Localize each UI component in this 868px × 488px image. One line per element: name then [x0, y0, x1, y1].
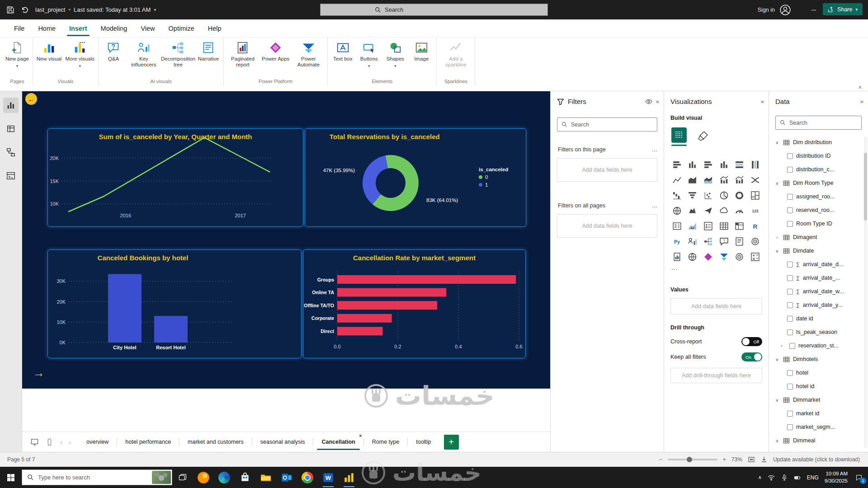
visual-type-100-stacked-bar-chart[interactable] — [732, 158, 747, 171]
visual-type-line-and-clustered-column-chart[interactable] — [732, 174, 747, 187]
ribbon-button-power-apps[interactable]: Power Apps — [260, 39, 291, 62]
visual-type-arcgis-map[interactable] — [685, 250, 700, 263]
more-visual-options[interactable]: … — [671, 264, 679, 271]
visual-type-python-visual[interactable]: Py — [670, 235, 684, 248]
field-checkbox[interactable] — [787, 221, 793, 227]
visual-type-stacked-column-chart[interactable] — [685, 158, 700, 171]
model-view-button[interactable] — [3, 145, 19, 160]
next-page-arrow-button[interactable]: → — [33, 366, 45, 380]
ribbon-tab-modeling[interactable]: Modeling — [94, 19, 134, 37]
visual-type-line-and-stacked-column-chart[interactable] — [717, 174, 731, 187]
donut-ring[interactable] — [363, 155, 419, 211]
visual-type-r-script-visual[interactable]: R — [748, 220, 762, 233]
page-tab-market-and-customers[interactable]: market and customers — [179, 432, 252, 452]
field-checkbox[interactable] — [787, 207, 793, 213]
wifi-icon[interactable] — [768, 474, 775, 481]
fit-to-page-icon[interactable] — [748, 456, 755, 463]
data-field-arrival-date-d[interactable]: ∑arrival_date_d... — [769, 258, 863, 271]
search-highlight-image[interactable] — [152, 471, 171, 484]
visual-hbar-chart[interactable]: Cancellation Rate by market_segment 0.00… — [303, 249, 526, 358]
data-field-arrival-date-w[interactable]: ∑arrival_date_w... — [769, 285, 863, 298]
clock[interactable]: 10:09 AM 9/30/2025 — [825, 470, 848, 484]
ribbon-button-more-visuals[interactable]: More visuals▾ — [64, 39, 96, 69]
data-field-is-peak-season[interactable]: Is_peak_season — [769, 325, 863, 339]
field-checkbox[interactable] — [787, 194, 793, 200]
field-checkbox[interactable] — [787, 316, 793, 322]
battery-icon[interactable] — [794, 474, 801, 481]
drill-through-drop-well[interactable]: Add drill-through fields here — [670, 368, 762, 383]
collapse-pane-chevron[interactable]: » — [860, 98, 863, 105]
cross-report-toggle[interactable]: Off — [741, 337, 762, 346]
visual-type-pie-chart[interactable] — [717, 189, 731, 202]
data-field-market-segm[interactable]: market_segm... — [769, 420, 863, 434]
project-title-menu[interactable]: last_project • Last saved: Today at 3:01… — [35, 6, 156, 13]
start-button[interactable] — [0, 467, 22, 488]
visual-type-line-chart[interactable] — [670, 174, 684, 187]
new-page-tab-button[interactable]: + — [444, 435, 459, 450]
ribbon-button-new-visual[interactable]: New visual — [35, 39, 63, 62]
field-checkbox[interactable] — [787, 275, 793, 281]
taskbar-search-box[interactable]: Type here to search — [22, 469, 172, 485]
taskbar-app-power-bi[interactable] — [339, 467, 359, 488]
taskbar-app-outlook[interactable] — [276, 467, 297, 488]
account-avatar-icon[interactable] — [779, 4, 791, 16]
field-checkbox[interactable] — [787, 411, 793, 417]
data-table-dimmeal[interactable]: ∨Dimmeal — [769, 434, 863, 447]
table-view-button[interactable] — [3, 121, 19, 136]
visual-type-azure-map[interactable] — [717, 204, 731, 217]
taskbar-app-edge[interactable] — [214, 467, 235, 488]
data-field-distribution-c[interactable]: distribution_c... — [769, 163, 863, 176]
visual-column-chart[interactable]: Canceled Bookings by hotel 0K10K20K30KCi… — [47, 249, 302, 358]
visual-type-matrix[interactable] — [732, 220, 747, 233]
filters-search-box[interactable]: Search — [557, 117, 657, 131]
visual-type-treemap[interactable] — [748, 189, 762, 202]
visual-type-key-influencers-visual[interactable] — [685, 235, 700, 248]
ribbon-button-power-automate[interactable]: Power Automate — [292, 39, 325, 68]
taskbar-app-file-explorer[interactable] — [255, 467, 276, 488]
ribbon-tab-file[interactable]: File — [7, 19, 31, 37]
update-available-link[interactable]: Update available (click to download) — [773, 456, 860, 463]
visual-type-paginated-report-visual[interactable] — [670, 250, 684, 263]
zoom-out-button[interactable]: − — [659, 456, 662, 463]
page-tab-seasonal-analysis[interactable]: seasonal analysis — [252, 432, 313, 452]
page-tab-cancellation[interactable]: Cancellation× — [313, 432, 363, 452]
visual-type-stacked-bar-chart[interactable] — [670, 158, 684, 171]
previous-pages-chevron[interactable]: ‹ — [60, 438, 62, 446]
visual-type-calculation-group[interactable] — [748, 250, 762, 263]
data-field-arrival-date[interactable]: ∑arrival_date_... — [769, 271, 863, 285]
collapse-pane-chevron[interactable]: » — [761, 98, 763, 105]
language-indicator[interactable]: ENG — [807, 474, 819, 481]
page-tab-tooltip[interactable]: tooltip — [408, 432, 439, 452]
filters-page-drop-well[interactable]: Add data fields here — [557, 158, 657, 182]
ribbon-button-paginated-report[interactable]: Paginated report — [226, 39, 259, 68]
visual-type-clustered-bar-chart[interactable] — [701, 158, 715, 171]
visual-type-kpi[interactable]: 42 — [685, 220, 700, 233]
visual-type-power-automate-visual[interactable] — [717, 250, 731, 263]
visual-type-ribbon-chart[interactable] — [748, 174, 762, 187]
page-tab-rome-type[interactable]: Rome type — [364, 432, 407, 452]
minimize-button[interactable]: ─ — [803, 0, 825, 19]
data-table-dimhotels[interactable]: ∨Dimhotels — [769, 352, 863, 366]
ribbon-tab-insert[interactable]: Insert — [62, 19, 94, 37]
ribbon-button-q-a[interactable]: Q&A — [101, 39, 126, 62]
legend-item-0[interactable]: 0 — [479, 174, 508, 180]
format-visual-tab[interactable] — [697, 130, 709, 144]
visual-type-decomposition-tree-visual[interactable] — [701, 235, 715, 248]
next-pages-chevron[interactable]: › — [69, 438, 71, 446]
visual-type-table[interactable] — [717, 220, 731, 233]
ribbon-tab-optimize[interactable]: Optimize — [162, 19, 201, 37]
collapse-pane-chevron[interactable]: » — [656, 98, 658, 105]
field-checkbox[interactable] — [787, 153, 793, 159]
build-visual-tab[interactable] — [670, 127, 687, 146]
more-options-icon[interactable]: … — [652, 146, 658, 153]
data-pane-scrollbar[interactable] — [864, 136, 867, 448]
visual-type-map[interactable] — [670, 204, 684, 217]
field-checkbox[interactable] — [787, 262, 793, 267]
page-tab-overview[interactable]: overview — [78, 432, 117, 452]
taskbar-app-firefox[interactable] — [193, 467, 214, 488]
data-table-dimdate[interactable]: ∨Dimdate — [769, 244, 863, 258]
data-field-market-id[interactable]: market id — [769, 407, 863, 420]
field-checkbox[interactable] — [787, 302, 793, 308]
visual-type-area-chart[interactable] — [685, 174, 700, 187]
eye-icon[interactable] — [645, 98, 652, 105]
